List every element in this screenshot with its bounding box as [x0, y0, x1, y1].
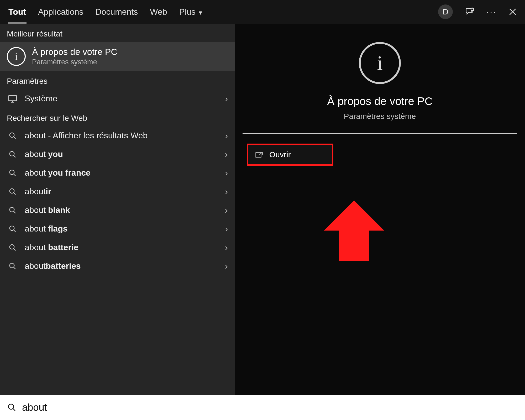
more-options-icon[interactable]: ··· [486, 7, 497, 17]
chevron-right-icon: › [225, 224, 228, 234]
web-result-label: about blank [25, 205, 70, 215]
results-panel: Meilleur résultat i À propos de votre PC… [0, 24, 235, 395]
tab-applications[interactable]: Applications [38, 6, 84, 18]
search-query: about [22, 402, 47, 413]
web-result-label: about you france [25, 168, 91, 178]
tab-more-label: Plus [179, 7, 196, 17]
search-icon [7, 225, 18, 233]
svg-marker-11 [324, 201, 384, 261]
chevron-right-icon: › [225, 93, 228, 104]
monitor-icon [7, 95, 18, 103]
titlebar-actions: D ··· [438, 4, 517, 19]
open-button[interactable]: Ouvrir [247, 144, 333, 166]
divider [243, 133, 517, 134]
chevron-right-icon: › [225, 149, 228, 159]
section-web: Rechercher sur le Web [0, 108, 235, 126]
web-result-item[interactable]: about blank› [0, 201, 235, 219]
chevron-right-icon: › [225, 242, 228, 253]
svg-point-9 [10, 263, 14, 268]
preview-subtitle: Paramètres système [344, 112, 416, 121]
chevron-down-icon: ▼ [198, 9, 203, 16]
web-result-item[interactable]: about - Afficher les résultats Web› [0, 126, 235, 145]
web-result-label: about flags [25, 224, 68, 234]
svg-point-6 [10, 207, 14, 212]
svg-point-3 [10, 151, 14, 156]
tab-web[interactable]: Web [149, 6, 167, 18]
chevron-right-icon: › [225, 186, 228, 197]
web-result-item[interactable]: aboutir› [0, 182, 235, 201]
chevron-right-icon: › [225, 168, 228, 178]
preview-title: À propos de votre PC [327, 95, 433, 108]
web-result-label: about you [25, 149, 63, 159]
filter-tabs: Tout Applications Documents Web Plus▼ D … [0, 0, 525, 24]
svg-point-8 [10, 244, 14, 249]
web-result-label: about - Afficher les résultats Web [25, 131, 148, 140]
svg-point-2 [10, 133, 14, 137]
web-result-label: about batterie [25, 243, 78, 252]
search-icon [7, 150, 18, 158]
chevron-right-icon: › [225, 205, 228, 215]
section-best-match: Meilleur résultat [0, 24, 235, 42]
info-icon-large: i [359, 42, 401, 84]
search-icon [7, 206, 18, 214]
open-icon [255, 151, 263, 158]
web-result-item[interactable]: about batterie› [0, 238, 235, 257]
svg-point-12 [8, 404, 14, 409]
svg-point-5 [10, 188, 14, 193]
info-icon: i [7, 47, 26, 66]
web-result-label: aboutbatteries [25, 261, 81, 271]
open-button-label: Ouvrir [269, 150, 291, 159]
search-icon [7, 403, 16, 412]
settings-item-label: Système [25, 94, 57, 103]
settings-item-system[interactable]: Système › [0, 89, 235, 108]
user-avatar[interactable]: D [438, 4, 453, 19]
best-match-item[interactable]: i À propos de votre PC Paramètres systèm… [0, 42, 235, 71]
svg-rect-1 [9, 96, 17, 101]
chevron-right-icon: › [225, 261, 228, 271]
preview-panel: i À propos de votre PC Paramètres systèm… [235, 24, 525, 395]
svg-point-7 [10, 226, 14, 230]
search-icon [7, 244, 18, 251]
web-results-list: about - Afficher les résultats Web›about… [0, 126, 235, 275]
section-settings: Paramètres [0, 71, 235, 89]
web-result-item[interactable]: about you france› [0, 164, 235, 182]
filter-tabs-left: Tout Applications Documents Web Plus▼ [8, 6, 204, 18]
web-result-item[interactable]: about you› [0, 145, 235, 164]
tab-documents[interactable]: Documents [95, 6, 138, 18]
web-result-item[interactable]: aboutbatteries› [0, 257, 235, 275]
svg-rect-10 [256, 153, 261, 158]
search-icon [7, 169, 18, 177]
chevron-right-icon: › [225, 130, 228, 141]
feedback-icon[interactable] [464, 7, 475, 17]
tab-all[interactable]: Tout [8, 6, 27, 18]
web-result-item[interactable]: about flags› [0, 219, 235, 238]
search-bar[interactable]: about [0, 395, 525, 420]
search-icon [7, 132, 18, 140]
best-match-text: À propos de votre PC Paramètres système [32, 47, 117, 66]
search-icon [7, 188, 18, 196]
annotation-arrow [324, 200, 384, 268]
search-icon [7, 262, 18, 270]
best-match-subtitle: Paramètres système [32, 58, 117, 66]
web-result-label: aboutir [25, 187, 51, 196]
best-match-title: À propos de votre PC [32, 47, 117, 57]
close-icon[interactable] [508, 7, 517, 16]
svg-point-4 [10, 170, 14, 175]
tab-more[interactable]: Plus▼ [179, 6, 204, 18]
